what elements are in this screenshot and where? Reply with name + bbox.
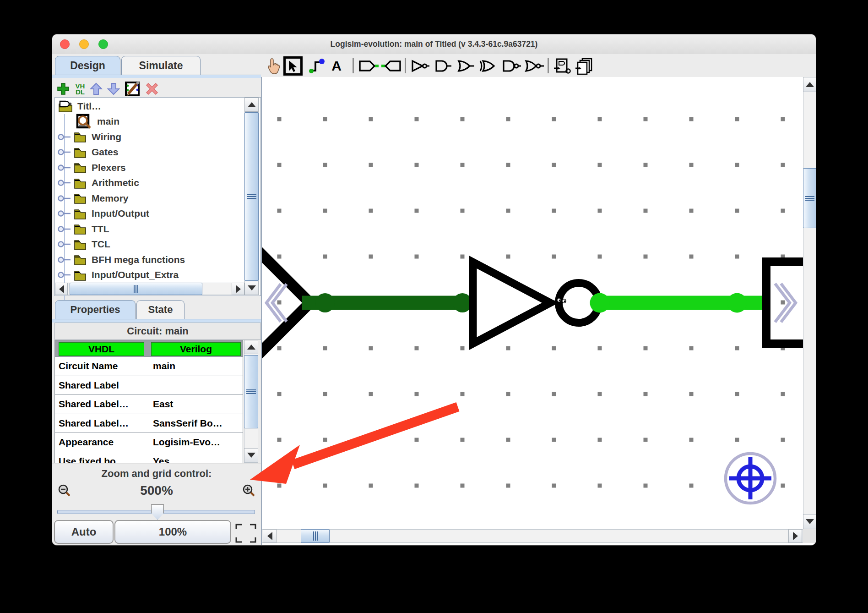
expand-toggle-icon[interactable] bbox=[58, 225, 71, 233]
appearance-layers-tool-button[interactable] bbox=[574, 57, 595, 75]
hdl-button-row: VHDL Verilog bbox=[54, 340, 243, 357]
prop-value[interactable]: East bbox=[149, 395, 243, 414]
zoom-in-button[interactable] bbox=[242, 484, 256, 500]
tree-scroll-left-button[interactable] bbox=[55, 283, 68, 295]
properties-vertical-scrollbar-thumb[interactable] bbox=[244, 355, 258, 428]
tree-item-plexers[interactable]: Plexers bbox=[55, 160, 244, 175]
origin-button[interactable] bbox=[726, 454, 775, 503]
select-tool-button[interactable] bbox=[283, 57, 303, 75]
expand-toggle-icon[interactable] bbox=[58, 241, 71, 248]
canvas-scroll-up-button[interactable] bbox=[803, 77, 816, 92]
prop-label: Shared Label… bbox=[55, 414, 149, 433]
tree-vertical-scrollbar-thumb[interactable] bbox=[244, 112, 259, 281]
add-vhdl-button[interactable]: VH DL bbox=[72, 80, 88, 98]
canvas-scroll-right-button[interactable] bbox=[788, 529, 802, 543]
canvas-scroll-left-button[interactable] bbox=[263, 529, 277, 543]
red-x-icon bbox=[146, 82, 158, 95]
and-gate-tool-button[interactable] bbox=[432, 57, 453, 75]
not-gate-tool-button[interactable] bbox=[409, 57, 430, 75]
expand-toggle-icon[interactable] bbox=[58, 179, 71, 186]
prop-value[interactable]: SansSerif Bo… bbox=[149, 414, 243, 433]
tab-properties[interactable]: Properties bbox=[55, 300, 136, 319]
prop-value[interactable] bbox=[149, 376, 243, 395]
wiring-tool-button[interactable] bbox=[308, 57, 326, 75]
tree-item-tcl[interactable]: TCL bbox=[55, 237, 244, 252]
wire-high[interactable] bbox=[590, 293, 762, 313]
tab-design[interactable]: Design bbox=[55, 56, 120, 75]
output-pin-tool-button[interactable] bbox=[381, 57, 402, 75]
expand-toggle-icon[interactable] bbox=[58, 133, 71, 141]
zoom-slider-thumb[interactable] bbox=[151, 504, 164, 520]
expand-toggle-icon[interactable] bbox=[58, 148, 71, 156]
tree-item-wiring[interactable]: Wiring bbox=[55, 129, 244, 145]
prop-row-use-fixed-bo[interactable]: Use fixed boYes bbox=[55, 452, 243, 463]
expand-toggle-icon[interactable] bbox=[58, 271, 71, 279]
canvas-vertical-scrollbar[interactable] bbox=[803, 77, 816, 529]
text-tool-button[interactable]: A bbox=[328, 57, 345, 75]
not-gate-icon bbox=[410, 59, 430, 73]
poke-tool-button[interactable] bbox=[266, 57, 281, 75]
vhdl-button[interactable]: VHDL bbox=[59, 342, 144, 356]
tab-simulate-label: Simulate bbox=[139, 60, 183, 72]
tree-scroll-down-button[interactable] bbox=[244, 281, 259, 295]
prop-value[interactable]: Yes bbox=[149, 452, 243, 463]
tree-scroll-right-button[interactable] bbox=[232, 283, 244, 295]
subtab-underline bbox=[52, 319, 261, 323]
circuit-header: Circuit: main bbox=[54, 323, 261, 340]
tree-item-label: Input/Output bbox=[92, 208, 149, 219]
subcircuit-tool-button[interactable] bbox=[552, 57, 572, 75]
expand-toggle-icon[interactable] bbox=[58, 256, 71, 263]
prop-row-appearance[interactable]: AppearanceLogisim-Evo… bbox=[55, 433, 243, 452]
canvas-scroll-down-button[interactable] bbox=[803, 514, 816, 529]
plus-icon bbox=[57, 82, 70, 95]
move-down-button[interactable] bbox=[106, 80, 121, 98]
tree-item-input-output-extra[interactable]: Input/Output_Extra bbox=[55, 268, 244, 283]
grid-toggle-button[interactable] bbox=[233, 522, 258, 545]
tree-item-main[interactable]: main bbox=[55, 114, 244, 130]
expand-toggle-icon[interactable] bbox=[58, 164, 71, 171]
zoom-auto-button[interactable]: Auto bbox=[54, 520, 114, 544]
prop-row-shared-label[interactable]: Shared Label…SansSerif Bo… bbox=[55, 414, 243, 433]
prop-row-shared-label[interactable]: Shared Label bbox=[55, 376, 243, 395]
edit-appearance-button[interactable] bbox=[124, 80, 141, 98]
prop-value[interactable]: main bbox=[149, 357, 243, 376]
move-up-button[interactable] bbox=[89, 80, 103, 98]
circuit-header-label: Circuit: main bbox=[127, 325, 188, 337]
or-gate-tool-button[interactable] bbox=[455, 57, 476, 75]
tab-simulate[interactable]: Simulate bbox=[121, 56, 201, 75]
xor-gate-tool-button[interactable] bbox=[478, 57, 499, 75]
prop-row-shared-label[interactable]: Shared Label…East bbox=[55, 395, 243, 414]
expand-toggle-icon[interactable] bbox=[58, 210, 71, 217]
tab-state[interactable]: State bbox=[136, 300, 184, 319]
add-circuit-button[interactable] bbox=[56, 80, 71, 98]
tree-scroll-up-button[interactable] bbox=[244, 98, 259, 112]
canvas-horizontal-scrollbar-thumb[interactable] bbox=[301, 529, 330, 543]
verilog-button[interactable]: Verilog bbox=[151, 342, 241, 356]
app-window: Logisim-evolution: main of Titled (v 3.4… bbox=[52, 34, 816, 545]
nor-gate-tool-button[interactable] bbox=[524, 57, 545, 75]
tree-item-gates[interactable]: Gates bbox=[55, 145, 244, 160]
input-pin-tool-button[interactable] bbox=[358, 57, 379, 75]
expand-toggle-icon[interactable] bbox=[58, 195, 71, 202]
canvas-horizontal-scrollbar[interactable] bbox=[262, 529, 803, 543]
circuit-canvas[interactable] bbox=[261, 77, 816, 545]
tree-item-bfh-mega-functions[interactable]: BFH mega functions bbox=[55, 252, 244, 268]
folder-icon bbox=[73, 223, 87, 235]
nand-gate-tool-button[interactable] bbox=[501, 57, 522, 75]
text-tool-icon: A bbox=[331, 58, 342, 74]
canvas-vertical-scrollbar-thumb[interactable] bbox=[803, 168, 816, 228]
properties-scroll-down-button[interactable] bbox=[244, 448, 258, 462]
delete-circuit-button[interactable] bbox=[145, 80, 159, 98]
and-gate-icon bbox=[433, 59, 453, 73]
tree-item-arithmetic[interactable]: Arithmetic bbox=[55, 175, 244, 191]
prop-value[interactable]: Logisim-Evo… bbox=[149, 433, 243, 452]
tree-item-input-output[interactable]: Input/Output bbox=[55, 206, 244, 222]
zoom-hundred-button[interactable]: 100% bbox=[114, 520, 231, 544]
prop-row-circuit-name[interactable]: Circuit Namemain bbox=[55, 357, 243, 376]
tree-item-memory[interactable]: Memory bbox=[55, 191, 244, 206]
properties-scroll-up-button[interactable] bbox=[244, 340, 258, 354]
tree-root-titled[interactable]: Titl… bbox=[55, 99, 244, 114]
tree-item-ttl[interactable]: TTL bbox=[55, 221, 244, 237]
tree-horizontal-scrollbar-thumb[interactable] bbox=[70, 283, 202, 295]
wire-low[interactable] bbox=[302, 293, 475, 312]
